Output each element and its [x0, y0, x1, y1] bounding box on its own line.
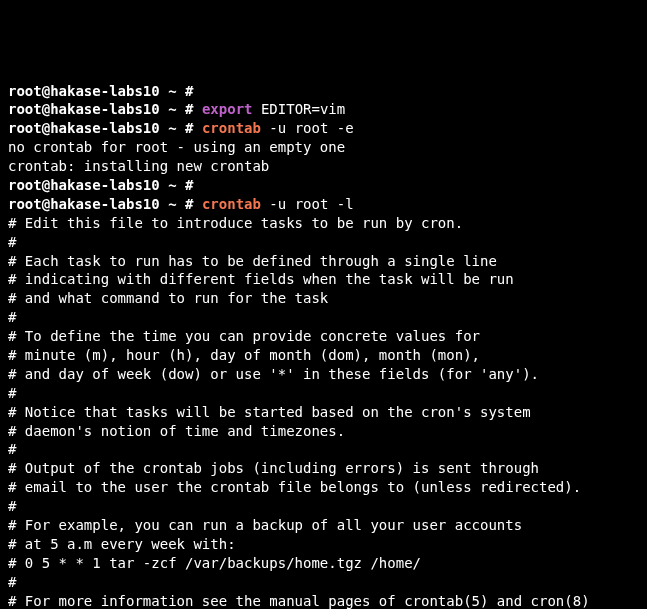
terminal-line: root@hakase-labs10 ~ # crontab -u root -… — [8, 119, 639, 138]
prompt-symbol: # — [185, 120, 193, 136]
prompt-host: hakase-labs10 — [50, 120, 160, 136]
terminal-line: crontab: installing new crontab — [8, 157, 639, 176]
terminal-line: # daemon's notion of time and timezones. — [8, 422, 639, 441]
prompt-at: @ — [42, 177, 50, 193]
output-text: # 0 5 * * 1 tar -zcf /var/backups/home.t… — [8, 555, 421, 571]
terminal-line: # at 5 a.m every week with: — [8, 535, 639, 554]
output-text: # — [8, 574, 16, 590]
prompt-host: hakase-labs10 — [50, 177, 160, 193]
output-text: # Edit this file to introduce tasks to b… — [8, 215, 463, 231]
output-text: # and day of week (dow) or use '*' in th… — [8, 366, 539, 382]
prompt-at: @ — [42, 196, 50, 212]
terminal-line: no crontab for root - using an empty one — [8, 138, 639, 157]
output-text: crontab: installing new crontab — [8, 158, 269, 174]
terminal-line: root@hakase-labs10 ~ # — [8, 82, 639, 101]
prompt-path: ~ — [168, 83, 176, 99]
output-text: # Output of the crontab jobs (including … — [8, 460, 539, 476]
output-text: # For example, you can run a backup of a… — [8, 517, 522, 533]
prompt-at: @ — [42, 101, 50, 117]
output-text: # indicating with different fields when … — [8, 271, 514, 287]
cmd-crontab: crontab — [202, 120, 269, 136]
terminal-line: root@hakase-labs10 ~ # — [8, 176, 639, 195]
terminal-line: # — [8, 497, 639, 516]
output-text: no crontab for root - using an empty one — [8, 139, 345, 155]
terminal-line: # and day of week (dow) or use '*' in th… — [8, 365, 639, 384]
terminal-line: # Output of the crontab jobs (including … — [8, 459, 639, 478]
prompt-user: root — [8, 101, 42, 117]
terminal-line: # 0 5 * * 1 tar -zcf /var/backups/home.t… — [8, 554, 639, 573]
terminal-line: # For example, you can run a backup of a… — [8, 516, 639, 535]
output-text: # — [8, 441, 16, 457]
prompt-symbol: # — [185, 177, 193, 193]
prompt-symbol: # — [185, 83, 193, 99]
terminal-line: # — [8, 233, 639, 252]
terminal-line: # email to the user the crontab file bel… — [8, 478, 639, 497]
cmd-text: -u root -e — [269, 120, 353, 136]
prompt-path: ~ — [168, 177, 176, 193]
output-text: # — [8, 234, 16, 250]
terminal-line: # Edit this file to introduce tasks to b… — [8, 214, 639, 233]
output-text: # To define the time you can provide con… — [8, 328, 480, 344]
terminal-line: # and what command to run for the task — [8, 289, 639, 308]
terminal-line: # — [8, 440, 639, 459]
terminal-line: # — [8, 384, 639, 403]
terminal-line: # indicating with different fields when … — [8, 270, 639, 289]
output-text: # Each task to run has to be defined thr… — [8, 253, 497, 269]
prompt-at: @ — [42, 83, 50, 99]
cmd-text: -u root -l — [269, 196, 353, 212]
terminal-line: # For more information see the manual pa… — [8, 592, 639, 609]
prompt-host: hakase-labs10 — [50, 83, 160, 99]
output-text: # email to the user the crontab file bel… — [8, 479, 581, 495]
prompt-symbol: # — [185, 196, 193, 212]
prompt-host: hakase-labs10 — [50, 101, 160, 117]
prompt-path: ~ — [168, 101, 176, 117]
prompt-user: root — [8, 83, 42, 99]
prompt-path: ~ — [168, 196, 176, 212]
output-text: # For more information see the manual pa… — [8, 593, 590, 609]
output-text: # at 5 a.m every week with: — [8, 536, 236, 552]
cmd-export: export — [202, 101, 261, 117]
terminal-output[interactable]: root@hakase-labs10 ~ # root@hakase-labs1… — [8, 82, 639, 609]
output-text: # — [8, 309, 16, 325]
output-text: # — [8, 498, 16, 514]
prompt-host: hakase-labs10 — [50, 196, 160, 212]
terminal-line: # — [8, 573, 639, 592]
terminal-line: root@hakase-labs10 ~ # export EDITOR=vim — [8, 100, 639, 119]
terminal-line: # Notice that tasks will be started base… — [8, 403, 639, 422]
output-text: # daemon's notion of time and timezones. — [8, 423, 345, 439]
prompt-path: ~ — [168, 120, 176, 136]
cmd-crontab: crontab — [202, 196, 269, 212]
terminal-line: # Each task to run has to be defined thr… — [8, 252, 639, 271]
terminal-line: # To define the time you can provide con… — [8, 327, 639, 346]
prompt-user: root — [8, 196, 42, 212]
terminal-line: # minute (m), hour (h), day of month (do… — [8, 346, 639, 365]
output-text: # minute (m), hour (h), day of month (do… — [8, 347, 480, 363]
prompt-user: root — [8, 177, 42, 193]
cmd-text: EDITOR=vim — [261, 101, 345, 117]
prompt-symbol: # — [185, 101, 193, 117]
terminal-line: # — [8, 308, 639, 327]
prompt-at: @ — [42, 120, 50, 136]
prompt-user: root — [8, 120, 42, 136]
output-text: # and what command to run for the task — [8, 290, 328, 306]
output-text: # Notice that tasks will be started base… — [8, 404, 531, 420]
terminal-line: root@hakase-labs10 ~ # crontab -u root -… — [8, 195, 639, 214]
output-text: # — [8, 385, 16, 401]
